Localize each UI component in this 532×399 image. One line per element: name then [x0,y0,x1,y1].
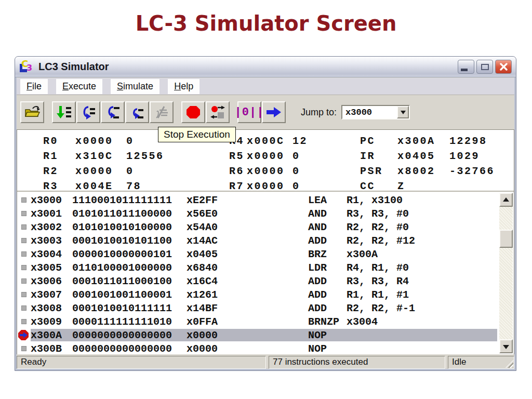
breakpoint-marker[interactable] [21,305,26,311]
code-hex: x1261 [187,289,308,301]
code-row[interactable]: x30030001010010101100x14ACADDR2, R2, #12 [17,234,497,247]
reset-button[interactable] [206,101,230,123]
marker-cell [17,251,31,257]
register-dec: 0 [292,180,300,192]
break-button[interactable] [150,101,174,123]
code-row[interactable]: x30020101010010100000x54A0ANDR2, R2, #0 [17,220,497,234]
code-hex: xE2FF [187,194,308,206]
menu-help[interactable]: Help [168,79,200,94]
scrollbar-thumb[interactable] [499,230,513,248]
scroll-up-button[interactable] [499,193,513,207]
code-opcode: BRNZP [308,316,347,328]
code-address: x300A [31,329,72,341]
window-controls [458,60,512,74]
resize-grip[interactable] [506,360,513,368]
code-operands: R3, R3, R4 [347,275,497,287]
step-over-button[interactable] [76,101,100,123]
code-opcode: ADD [308,235,347,247]
code-hex: x14AC [187,235,308,247]
marker-cell [17,319,31,324]
menu-execute[interactable]: Execute [56,79,102,94]
code-row-current[interactable]: x300A0000000000000000x0000NOP [17,328,497,342]
simulator-content: R0x00000R1x310C12556R2x00000R3x004E78 R4… [17,129,514,355]
stop-button[interactable] [181,101,205,123]
code-row[interactable]: x30010101011011100000x56E0ANDR3, R3, #0 [17,207,497,220]
registers-col-mid: R4x000C12R5x00000R6x00000R7x00000 [229,134,308,194]
register-name: R5 [229,149,247,164]
register-pc: PCx300A12298 [360,134,495,149]
code-address: x3004 [31,248,72,260]
continue-arrow-icon [265,105,282,119]
slide-title: LC-3 Simulator Screen [0,11,532,35]
registers-col-left: R0x00000R1x310C12556R2x00000R3x004E78 [43,134,164,194]
code-row[interactable]: x30060001011011000100x16C4ADDR3, R3, R4 [17,274,497,288]
breakpoint-marker[interactable] [21,278,26,284]
triangle-up-icon [503,194,509,202]
breakpoint-marker[interactable] [21,265,26,270]
scrollbar[interactable] [499,193,513,353]
breakpoint-marker[interactable] [21,319,26,324]
status-instructions-executed: 77 instructions executed [269,356,445,369]
step-over-icon [81,105,96,119]
code-opcode: LEA [308,194,347,206]
tooltip-stop-execution: Stop Execution [158,127,236,142]
registers-panel: R0x00000R1x310C12556R2x00000R3x004E78 R4… [17,130,514,192]
jump-group: Jump to: x3000 [301,105,410,119]
code-binary: 0110100001000000 [72,262,187,274]
maximize-button[interactable] [476,60,493,74]
code-hex: x16C4 [187,275,308,287]
breakpoint-marker[interactable] [21,251,26,257]
breakpoint-marker[interactable] [21,238,26,243]
code-row[interactable]: x30040000010000000101x0405BRZx300A [17,247,497,261]
title-bar[interactable]: LC3 Simulator [15,57,516,77]
display-io-button[interactable]: |0|| [237,101,261,123]
breakpoint-marker[interactable] [21,292,26,297]
code-row[interactable]: x30001110001011111111xE2FFLEAR1, x3100 [17,193,497,207]
step-into-button[interactable] [101,101,125,123]
combo-dropdown-button[interactable] [397,106,409,118]
registers-col-special: PCx300A12298IRx04051029PSRx8002-32766CCZ [360,134,495,194]
open-file-button[interactable] [20,101,44,123]
code-row[interactable]: x30080001010010111111x14BFADDR2, R2, #-1 [17,301,497,315]
scroll-down-button[interactable] [499,339,513,353]
continue-button[interactable] [262,101,286,123]
status-bar: Ready 77 instructions executed Idle [17,354,514,369]
triangle-down-icon [503,345,509,352]
code-row[interactable]: x300B0000000000000000x0000NOP [17,342,497,355]
code-row[interactable]: x30050110100001000000x6840LDRR4, R1, #0 [17,261,497,274]
close-button[interactable] [495,60,512,74]
code-binary: 0000000000000000 [72,329,187,341]
register-dec: 12298 [449,135,487,147]
marker-cell [17,197,31,203]
jump-to-combobox[interactable]: x3000 [341,105,410,119]
jump-to-value: x3000 [342,108,397,117]
register-r6: R6x00000 [229,164,308,179]
register-hex: x0405 [397,149,449,164]
step-out-button[interactable] [125,101,149,123]
breakpoint-marker[interactable] [21,346,26,351]
lc3-simulator-window: LC3 Simulator FileExecuteSimulateHelp |0… [15,56,516,371]
menu-simulate[interactable]: Simulate [111,79,159,94]
code-operands: R2, R2, #-1 [347,302,497,314]
breakpoint-marker[interactable] [21,224,26,230]
code-row[interactable]: x30090000111111111010x0FFABRNZPx3004 [17,315,497,328]
code-panel: x30001110001011111111xE2FFLEAR1, x3100x3… [17,192,514,354]
run-button[interactable] [52,101,76,123]
code-row[interactable]: x30070001001001100001x1261ADDR1, R1, #1 [17,288,497,301]
breakpoint-marker[interactable] [21,197,26,203]
breakpoint-marker[interactable] [21,211,26,216]
register-dec: 12 [292,135,308,147]
register-r2: R2x00000 [43,164,164,179]
register-dec: 12556 [126,150,164,162]
code-opcode: ADD [308,302,347,314]
register-ir: IRx04051029 [360,149,495,164]
open-folder-icon [24,105,41,119]
minimize-button[interactable] [458,60,474,74]
marker-cell [17,278,31,284]
menu-file[interactable]: File [20,79,48,94]
register-hex: x0000 [75,134,126,149]
register-name: R2 [43,164,75,179]
code-address: x3008 [31,302,72,314]
code-binary: 0101011011100000 [72,208,187,220]
marker-cell [17,224,31,230]
